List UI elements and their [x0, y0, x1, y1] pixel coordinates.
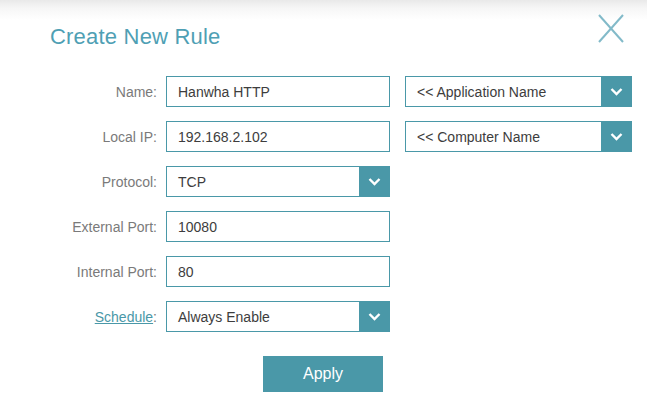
create-new-rule-dialog: Create New Rule Name: << Application Nam… [0, 0, 647, 420]
rule-form: Name: << Application Name Local IP: << C… [0, 76, 647, 346]
close-icon [594, 34, 628, 49]
chevron-down-icon [366, 308, 383, 325]
schedule-colon: : [153, 309, 157, 325]
schedule-dropdown-button[interactable] [359, 301, 390, 332]
protocol-label: Protocol: [0, 174, 157, 190]
local-ip-row: Local IP: << Computer Name [0, 121, 647, 152]
local-ip-label: Local IP: [0, 129, 157, 145]
apply-button[interactable]: Apply [263, 356, 383, 392]
name-label: Name: [0, 84, 157, 100]
local-ip-input[interactable] [166, 121, 390, 152]
external-port-label: External Port: [0, 219, 157, 235]
schedule-select[interactable]: Always Enable [166, 301, 390, 332]
schedule-selected-value: Always Enable [167, 302, 359, 331]
application-name-dropdown-button[interactable] [601, 76, 632, 107]
internal-port-label: Internal Port: [0, 264, 157, 280]
schedule-link[interactable]: Schedule [95, 309, 153, 325]
chevron-down-icon [608, 83, 625, 100]
chevron-down-icon [366, 173, 383, 190]
schedule-label: Schedule: [0, 309, 157, 325]
protocol-dropdown-button[interactable] [359, 166, 390, 197]
application-name-selected-value: << Application Name [406, 77, 601, 106]
name-input[interactable] [166, 76, 390, 107]
schedule-row: Schedule: Always Enable [0, 301, 647, 332]
protocol-row: Protocol: TCP [0, 166, 647, 197]
internal-port-row: Internal Port: [0, 256, 647, 287]
application-name-select[interactable]: << Application Name [405, 76, 632, 107]
computer-name-select[interactable]: << Computer Name [405, 121, 632, 152]
computer-name-dropdown-button[interactable] [601, 121, 632, 152]
protocol-selected-value: TCP [167, 167, 359, 196]
protocol-select[interactable]: TCP [166, 166, 390, 197]
external-port-row: External Port: [0, 211, 647, 242]
chevron-down-icon [608, 128, 625, 145]
close-button[interactable] [594, 12, 628, 46]
name-row: Name: << Application Name [0, 76, 647, 107]
internal-port-input[interactable] [166, 256, 390, 287]
computer-name-selected-value: << Computer Name [406, 122, 601, 151]
external-port-input[interactable] [166, 211, 390, 242]
page-title: Create New Rule [50, 24, 221, 50]
